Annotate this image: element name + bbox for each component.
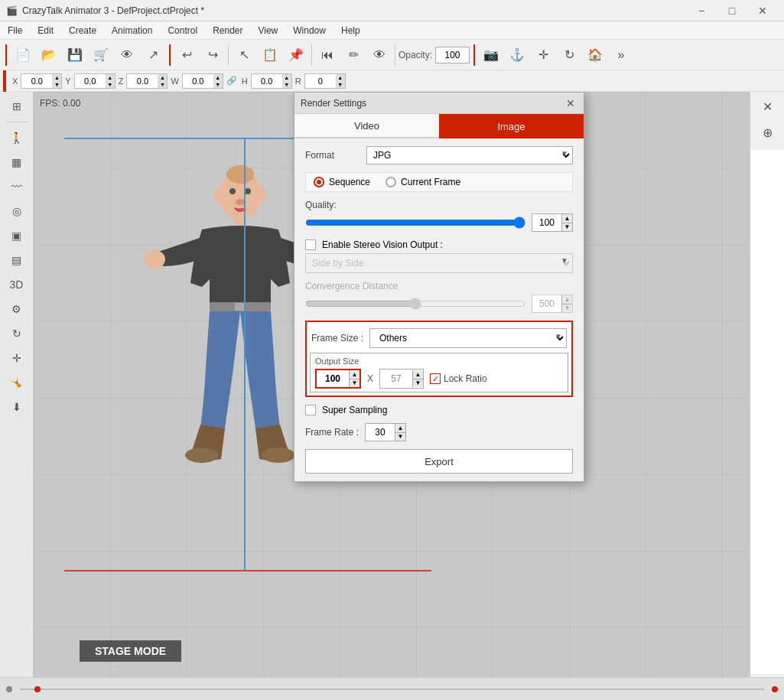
convergence-slider[interactable] [305,298,525,310]
export-button[interactable]: Export [305,449,573,474]
framerate-spin-up[interactable]: ▲ [395,424,405,432]
select-button[interactable]: ↖ [232,43,256,67]
menu-help[interactable]: Help [333,21,368,40]
open-button[interactable]: 📂 [37,43,61,67]
rotate-cw-button[interactable]: ↻ [557,43,581,67]
w-input[interactable] [183,74,213,88]
dialog-close-button[interactable]: ✕ [564,96,577,110]
menu-create[interactable]: Create [61,21,104,40]
right-expand-btn[interactable]: ⊕ [754,121,780,144]
h-spin-down[interactable]: ▼ [282,81,291,88]
redo-button[interactable]: ↪ [200,43,225,67]
eyedrop-button[interactable]: 👁 [367,43,392,67]
tab-image[interactable]: Image [439,114,584,138]
width-input[interactable] [317,370,349,387]
sidebar-figure-btn[interactable]: 🤸 [4,371,30,394]
r-input[interactable] [305,74,336,88]
sidebar-circle-btn[interactable]: ◎ [4,200,30,223]
frame-size-select[interactable]: Others 720p (1280x720) 1080p (1920x1080)… [369,328,567,348]
height-input[interactable] [380,370,412,387]
menu-file[interactable]: File [0,21,30,40]
z-input[interactable] [127,74,158,88]
skip-back-button[interactable]: ⏮ [315,43,340,67]
quality-spin-up[interactable]: ▲ [561,214,572,223]
menu-animation[interactable]: Animation [104,21,160,40]
sidebar-person-btn[interactable]: 🚶 [4,126,30,149]
sidebar-fill-btn[interactable]: ▤ [4,249,30,272]
quality-spin-down[interactable]: ▼ [561,223,572,231]
sidebar-move2-btn[interactable]: ✛ [4,347,30,370]
stereo-select[interactable]: Side by Side [305,253,573,273]
menu-control[interactable]: Control [160,21,205,40]
canvas-area[interactable]: FPS: 0.00 [34,92,750,677]
right-close-btn[interactable]: ✕ [754,95,780,118]
maximize-button[interactable]: □ [717,0,747,21]
sidebar-rotate-btn[interactable]: ↻ [4,322,30,345]
height-spin-down[interactable]: ▼ [412,379,423,387]
sidebar-gear-btn[interactable]: ⚙ [4,298,30,321]
format-select[interactable]: JPG PNG BMP TGA [366,146,573,164]
height-spin-up[interactable]: ▲ [412,370,423,379]
cart-button[interactable]: 🛒 [89,43,113,67]
stereo-checkbox[interactable] [305,239,316,250]
h-spin-up[interactable]: ▲ [282,74,291,81]
current-frame-radio[interactable]: Current Frame [385,177,460,187]
camera-button[interactable]: 📷 [479,43,503,67]
paint-button[interactable]: ✏ [341,43,366,67]
new-button[interactable]: 📄 [11,43,35,67]
preview-button[interactable]: 👁 [115,43,139,67]
convergence-spin-up[interactable]: ▲ [561,295,572,304]
copy-button[interactable]: 📋 [258,43,282,67]
convergence-input[interactable] [532,295,561,312]
r-spin-up[interactable]: ▲ [336,74,345,81]
paste-button[interactable]: 📌 [284,43,308,67]
y-spin-up[interactable]: ▲ [106,74,115,81]
more-button[interactable]: » [609,43,633,67]
h-input[interactable] [252,74,282,88]
x-spin-down[interactable]: ▼ [52,81,61,88]
toolbar-separator-6 [473,44,475,66]
r-spin-down[interactable]: ▼ [336,81,345,88]
x-spin-up[interactable]: ▲ [52,74,61,81]
export-button[interactable]: ↗ [141,43,165,67]
w-spin-up[interactable]: ▲ [213,74,223,81]
menu-window[interactable]: Window [285,21,333,40]
x-input[interactable] [21,74,52,88]
opacity-input[interactable] [435,47,470,63]
z-spin-down[interactable]: ▼ [158,81,167,88]
sequence-radio[interactable]: Sequence [314,177,370,187]
timeline-track[interactable] [20,689,764,690]
w-spin-down[interactable]: ▼ [213,81,223,88]
anchor-button[interactable]: ⚓ [505,43,529,67]
menu-render[interactable]: Render [205,21,250,40]
undo-button[interactable]: ↩ [174,43,199,67]
move-button[interactable]: ✛ [531,43,555,67]
sidebar-grid2-btn[interactable]: ▦ [4,151,30,174]
home-button[interactable]: 🏠 [583,43,607,67]
timeline-playhead [34,686,41,692]
convergence-spin-down[interactable]: ▼ [561,304,572,312]
minimize-button[interactable]: − [686,0,717,21]
y-spin-down[interactable]: ▼ [106,81,115,88]
tab-video[interactable]: Video [294,114,439,138]
framerate-input[interactable] [366,424,395,441]
main-layout: ⊞ 🚶 ▦ 〰 ◎ ▣ ▤ 3D ⚙ ↻ ✛ 🤸 ⬇ FPS: 0.00 [0,92,784,677]
sidebar-3d-btn[interactable]: 3D [4,273,30,296]
quality-slider[interactable] [305,217,525,229]
menu-edit[interactable]: Edit [30,21,61,40]
width-spin-down[interactable]: ▼ [349,379,359,387]
menu-view[interactable]: View [250,21,285,40]
sidebar-grid-btn[interactable]: ⊞ [4,95,30,118]
sidebar-bottom-btn[interactable]: ⬇ [4,396,30,418]
sidebar-wave-btn[interactable]: 〰 [4,175,30,198]
sidebar-square-btn[interactable]: ▣ [4,224,30,247]
z-spin-up[interactable]: ▲ [158,74,167,81]
close-button[interactable]: ✕ [747,0,778,21]
width-spin-up[interactable]: ▲ [349,370,359,379]
quality-input[interactable] [532,214,561,231]
framerate-spin-down[interactable]: ▼ [395,432,405,441]
super-sampling-checkbox[interactable] [305,405,316,415]
lock-ratio-checkbox[interactable] [430,373,441,384]
save-button[interactable]: 💾 [63,43,87,67]
y-input[interactable] [75,74,106,88]
